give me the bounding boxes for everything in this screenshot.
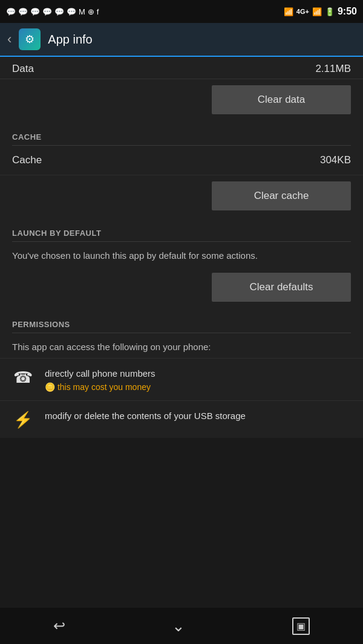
back-button[interactable]: ‹	[7, 31, 11, 47]
clear-data-row: Clear data	[0, 79, 363, 123]
clear-cache-row: Clear cache	[0, 175, 363, 219]
permission-usb-text-block: modify or delete the contents of your US…	[45, 409, 246, 422]
top-bar: ‹ ⚙ App info	[0, 23, 363, 57]
clear-defaults-row: Clear defaults	[0, 267, 363, 310]
chat-icon-1: 💬	[6, 7, 16, 16]
gmail-icon: M	[79, 7, 85, 16]
chat-icon-4: 💬	[42, 7, 52, 16]
cache-section-header: CACHE	[0, 123, 363, 145]
app-icon-graphic: ⚙	[25, 33, 34, 46]
permission-item-phone: ☎ directly call phone numbers 🪙 this may…	[0, 358, 363, 400]
home-nav-button[interactable]: ⌄	[172, 617, 185, 636]
time-display: 9:50	[338, 6, 357, 17]
permissions-description: This app can access the following on you…	[0, 333, 363, 358]
chat-icon-5: 💬	[54, 7, 64, 16]
permissions-section-header: PERMISSIONS	[0, 310, 363, 333]
data-label: Data	[12, 63, 34, 75]
app-icon: ⚙	[19, 28, 41, 50]
bottom-navigation: ↩ ⌄ ▣	[0, 608, 363, 644]
permission-item-usb: ⚡ modify or delete the contents of your …	[0, 400, 363, 438]
permission-usb-text: modify or delete the contents of your US…	[45, 409, 246, 422]
facebook-icon: f	[97, 7, 99, 16]
cache-value: 304KB	[320, 154, 351, 166]
chat-icon-2: 💬	[18, 7, 28, 16]
clear-data-button[interactable]: Clear data	[212, 85, 351, 114]
phone-icon: ☎	[12, 368, 34, 387]
permission-phone-text-block: directly call phone numbers 🪙 this may c…	[45, 367, 155, 392]
cache-row: Cache 304KB	[0, 146, 363, 175]
status-bar: 💬 💬 💬 💬 💬 💬 M ⊕ f 📶 4G+ 📶 🔋 9:50	[0, 0, 363, 23]
data-row: Data 2.11MB	[0, 57, 363, 79]
social-icon: ⊕	[88, 7, 94, 16]
wifi-icon: 📶	[284, 7, 293, 16]
clear-defaults-button[interactable]: Clear defaults	[212, 273, 351, 302]
status-indicators: 📶 4G+ 📶 🔋 9:50	[284, 6, 357, 17]
battery-icon: 🔋	[325, 7, 335, 16]
launch-description: You've chosen to launch this app by defa…	[0, 242, 363, 267]
launch-section-header: LAUNCH BY DEFAULT	[0, 219, 363, 241]
network-icon: 4G+	[296, 8, 309, 15]
signal-icon: 📶	[312, 7, 322, 16]
recents-nav-button[interactable]: ▣	[292, 617, 310, 635]
data-value: 2.11MB	[315, 63, 351, 75]
chat-icon-3: 💬	[30, 7, 40, 16]
notification-icons: 💬 💬 💬 💬 💬 💬 M ⊕ f	[6, 7, 99, 16]
clear-cache-button[interactable]: Clear cache	[212, 181, 351, 210]
page-title: App info	[48, 33, 92, 47]
warning-coin-icon: 🪙	[45, 382, 57, 392]
permission-phone-text: directly call phone numbers	[45, 367, 155, 380]
content-area: Data 2.11MB Clear data CACHE Cache 304KB…	[0, 57, 363, 438]
permission-phone-warning: 🪙 this may cost you money	[45, 382, 155, 392]
back-nav-button[interactable]: ↩	[53, 617, 65, 634]
chat-icon-6: 💬	[67, 7, 76, 16]
usb-icon: ⚡	[12, 411, 34, 429]
cache-label: Cache	[12, 154, 42, 166]
